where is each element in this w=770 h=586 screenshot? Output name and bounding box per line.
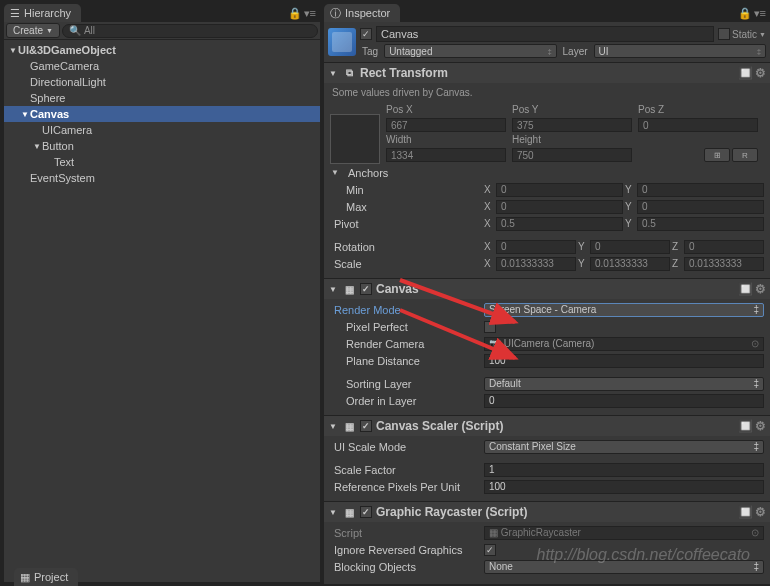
gameobject-name-input[interactable]: Canvas [376,26,714,42]
gear-icon[interactable]: ⚙ [755,505,766,519]
collapse-icon[interactable]: ▼ [328,422,338,431]
lock-icon[interactable]: 🔒 [738,7,752,20]
component-header[interactable]: ▼ ⧉ Rect Transform 🔲⚙ [324,63,770,83]
min-x-field[interactable]: 0 [496,183,623,197]
lock-icon[interactable]: 🔒 [288,7,302,20]
layer-label: Layer [561,46,590,57]
tree-label: UICamera [42,124,92,136]
max-y-field[interactable]: 0 [637,200,764,214]
tree-item[interactable]: EventSystem [4,170,320,186]
pixel-perfect-checkbox[interactable] [484,321,496,333]
graphic-raycaster-component: ▼ ▦ ✓ Graphic Raycaster (Script) 🔲⚙ Scri… [324,501,770,581]
tree-item[interactable]: Text [4,154,320,170]
tab-menu-icon[interactable]: ▾≡ [754,7,766,20]
raw-edit-button[interactable]: R [732,148,758,162]
search-input[interactable]: 🔍 All [62,24,318,38]
ui-scale-mode-label: UI Scale Mode [330,441,480,453]
expand-icon[interactable]: ▼ [20,110,30,119]
chevron-down-icon: ‡ [548,48,552,55]
tag-dropdown[interactable]: Untagged‡ [384,44,556,58]
gear-icon[interactable]: ⚙ [755,66,766,80]
expand-icon[interactable]: ▼ [330,168,340,177]
help-icon[interactable]: 🔲 [738,505,753,519]
tree-label: EventSystem [30,172,95,184]
camera-icon: 📷 [489,338,501,349]
help-icon[interactable]: 🔲 [738,66,753,80]
enable-checkbox[interactable]: ✓ [360,283,372,295]
create-button[interactable]: Create ▼ [6,23,60,38]
scale-y-field[interactable]: 0.01333333 [590,257,670,271]
ignore-reversed-checkbox[interactable]: ✓ [484,544,496,556]
blueprint-mode-button[interactable]: ⊞ [704,148,730,162]
object-picker-icon[interactable]: ⊙ [751,338,759,349]
order-in-layer-field[interactable]: 0 [484,394,764,408]
tree-item[interactable]: DirectionalLight [4,74,320,90]
collapse-icon[interactable]: ▼ [328,508,338,517]
tree-item[interactable]: UICamera [4,122,320,138]
chevron-down-icon: ‡ [753,378,759,389]
script-field: ▦ GraphicRaycaster⊙ [484,526,764,540]
layer-dropdown[interactable]: UI‡ [594,44,766,58]
tab-menu-icon[interactable]: ▾≡ [304,7,316,20]
tree-item[interactable]: ▼UI&3DGameObject [4,42,320,58]
expand-icon[interactable]: ▼ [32,142,42,151]
inspector-tab[interactable]: ⓘ Inspector [324,4,400,22]
posy-field[interactable]: 375 [512,118,632,132]
tree-item-selected[interactable]: ▼Canvas [4,106,320,122]
gameobject-header: ✓ Canvas Static ▼ Tag Untagged‡ Layer UI… [324,22,770,62]
render-mode-dropdown[interactable]: Screen Space - Camera‡ [484,303,764,317]
sorting-layer-label: Sorting Layer [330,378,480,390]
component-title: Canvas [376,282,419,296]
canvas-component: ▼ ▦ ✓ Canvas 🔲⚙ Render ModeScreen Space … [324,278,770,415]
collapse-icon[interactable]: ▼ [328,285,338,294]
chevron-down-icon[interactable]: ▼ [759,31,766,38]
object-picker-icon[interactable]: ⊙ [751,527,759,538]
width-field[interactable]: 1334 [386,148,506,162]
canvas-icon: ▦ [342,282,356,296]
tree-item[interactable]: Sphere [4,90,320,106]
help-icon[interactable]: 🔲 [738,419,753,433]
script-icon: ▦ [342,505,356,519]
rot-x-field[interactable]: 0 [496,240,576,254]
enable-checkbox[interactable]: ✓ [360,506,372,518]
min-y-field[interactable]: 0 [637,183,764,197]
component-header[interactable]: ▼ ▦ ✓ Canvas Scaler (Script) 🔲⚙ [324,416,770,436]
scale-factor-field[interactable]: 1 [484,463,764,477]
posx-field[interactable]: 667 [386,118,506,132]
project-tab[interactable]: ▦ Project [14,568,78,586]
scale-x-field[interactable]: 0.01333333 [496,257,576,271]
ref-pixels-field[interactable]: 100 [484,480,764,494]
scale-z-field[interactable]: 0.01333333 [684,257,764,271]
active-checkbox[interactable]: ✓ [360,28,372,40]
rot-y-field[interactable]: 0 [590,240,670,254]
collapse-icon[interactable]: ▼ [328,69,338,78]
chevron-down-icon: ‡ [757,48,761,55]
enable-checkbox[interactable]: ✓ [360,420,372,432]
posz-field[interactable]: 0 [638,118,758,132]
render-camera-field[interactable]: 📷 UICamera (Camera)⊙ [484,337,764,351]
component-header[interactable]: ▼ ▦ ✓ Graphic Raycaster (Script) 🔲⚙ [324,502,770,522]
plane-distance-field[interactable]: 100 [484,354,764,368]
tree-item[interactable]: GameCamera [4,58,320,74]
driven-info: Some values driven by Canvas. [330,85,764,104]
help-icon[interactable]: 🔲 [738,282,753,296]
sorting-layer-dropdown[interactable]: Default‡ [484,377,764,391]
rect-transform-icon: ⧉ [342,66,356,80]
ui-scale-mode-dropdown[interactable]: Constant Pixel Size‡ [484,440,764,454]
script-file-icon: ▦ [489,527,498,538]
hierarchy-tab[interactable]: ☰ Hierarchy [4,4,81,22]
component-header[interactable]: ▼ ▦ ✓ Canvas 🔲⚙ [324,279,770,299]
gear-icon[interactable]: ⚙ [755,419,766,433]
pivot-x-field[interactable]: 0.5 [496,217,623,231]
rot-z-field[interactable]: 0 [684,240,764,254]
height-field[interactable]: 750 [512,148,632,162]
anchors-label: Anchors [344,167,484,179]
expand-icon[interactable]: ▼ [8,46,18,55]
posx-label: Pos X [386,104,506,118]
static-checkbox[interactable] [718,28,730,40]
gear-icon[interactable]: ⚙ [755,282,766,296]
pivot-y-field[interactable]: 0.5 [637,217,764,231]
tree-item[interactable]: ▼Button [4,138,320,154]
max-x-field[interactable]: 0 [496,200,623,214]
anchor-preset-button[interactable] [330,114,380,164]
